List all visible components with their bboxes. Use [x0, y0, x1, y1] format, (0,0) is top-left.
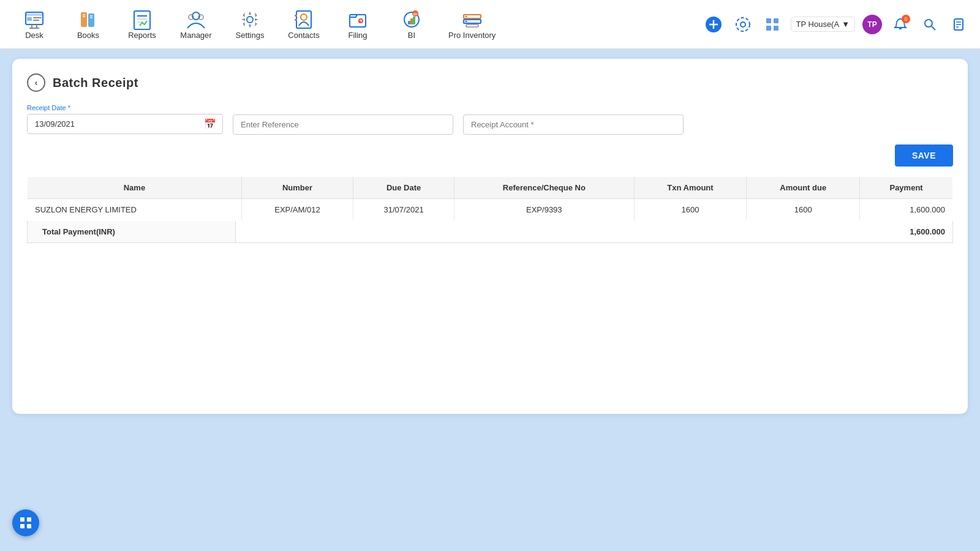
- svg-rect-56: [20, 517, 24, 522]
- desk-label: Desk: [25, 31, 43, 40]
- table-row: SUZLON ENERGY LIMITED EXP/AM/012 31/07/2…: [28, 199, 953, 221]
- total-label: Total Payment(INR): [28, 221, 236, 242]
- cell-number: EXP/AM/012: [241, 199, 353, 221]
- svg-rect-38: [465, 16, 467, 17]
- svg-rect-37: [466, 24, 478, 27]
- settings-icon: [239, 9, 261, 31]
- books-label: Books: [77, 31, 99, 40]
- nav-item-desk[interactable]: Desk: [10, 4, 59, 45]
- nav-item-manager[interactable]: Manager: [172, 4, 221, 45]
- svg-point-43: [741, 22, 745, 27]
- svg-rect-32: [413, 17, 415, 24]
- grid-icon[interactable]: [761, 13, 783, 36]
- batch-receipt-table: Name Number Due Date Reference/Cheque No…: [27, 176, 953, 221]
- notification-count: 0: [902, 15, 910, 23]
- svg-rect-39: [465, 21, 467, 22]
- svg-rect-24: [295, 15, 297, 17]
- svg-rect-14: [134, 11, 150, 29]
- calendar-icon[interactable]: 📅: [198, 118, 222, 130]
- col-number: Number: [241, 177, 353, 199]
- form-row: Receipt Date * 📅: [27, 104, 953, 135]
- svg-rect-46: [774, 18, 778, 23]
- filing-label: Filing: [348, 31, 367, 40]
- receipt-account-group: [463, 104, 684, 135]
- pro-inventory-icon: [461, 9, 483, 31]
- nav-item-pro-inventory[interactable]: Pro Inventory: [441, 4, 503, 45]
- svg-rect-59: [27, 524, 31, 528]
- cell-txn-amount: 1600: [634, 199, 747, 221]
- settings-label: Settings: [236, 31, 265, 40]
- cell-name: SUZLON ENERGY LIMITED: [28, 199, 242, 221]
- filing-icon: [347, 9, 369, 31]
- nav-item-contacts[interactable]: Contacts: [279, 4, 328, 45]
- col-reference: Reference/Cheque No: [454, 177, 634, 199]
- page-title: Batch Receipt: [53, 76, 138, 90]
- notification-bell[interactable]: 0: [889, 13, 911, 36]
- contacts-label: Contacts: [288, 31, 319, 40]
- svg-rect-2: [27, 17, 32, 21]
- svg-point-44: [736, 18, 750, 31]
- nav-item-filing[interactable]: Filing: [333, 4, 382, 45]
- svg-rect-4: [33, 20, 39, 21]
- col-txn-amount: Txn Amount: [634, 177, 747, 199]
- save-btn-row: SAVE: [27, 144, 953, 167]
- page-header: ‹ Batch Receipt: [27, 73, 953, 92]
- receipt-account-input[interactable]: [463, 114, 684, 135]
- company-name: TP House(A: [796, 20, 840, 29]
- contacts-icon: [293, 9, 315, 31]
- user-avatar[interactable]: TP: [862, 15, 882, 34]
- nav-item-reports[interactable]: Reports: [118, 4, 167, 45]
- svg-rect-25: [295, 19, 297, 21]
- bi-icon: BI: [401, 9, 423, 31]
- user-initials: TP: [867, 20, 876, 29]
- svg-rect-1: [26, 13, 43, 16]
- bottom-grid-button[interactable]: [12, 509, 39, 536]
- batch-receipt-card: ‹ Batch Receipt Receipt Date * 📅 SAVE: [12, 59, 968, 414]
- add-button[interactable]: [703, 13, 725, 36]
- back-button[interactable]: ‹: [27, 73, 45, 92]
- nav-item-books[interactable]: Books: [64, 4, 113, 45]
- receipt-date-group: Receipt Date * 📅: [27, 104, 223, 135]
- svg-rect-58: [20, 524, 24, 528]
- gear-icon[interactable]: [732, 13, 754, 36]
- nav-item-bi[interactable]: BI BI: [387, 4, 436, 45]
- books-icon: [77, 9, 99, 31]
- total-row: Total Payment(INR) 1,600.000: [27, 221, 953, 243]
- svg-rect-45: [766, 18, 771, 23]
- svg-text:BI: BI: [413, 12, 417, 16]
- reference-input[interactable]: [233, 114, 453, 135]
- col-name: Name: [28, 177, 242, 199]
- pro-inventory-label: Pro Inventory: [448, 31, 496, 40]
- reports-icon: [131, 9, 153, 31]
- total-value: 1,600.000: [867, 221, 952, 242]
- document-icon[interactable]: [948, 13, 970, 36]
- svg-point-50: [925, 20, 932, 27]
- manager-icon: [185, 9, 207, 31]
- svg-point-21: [247, 17, 253, 23]
- cell-due-date: 31/07/2021: [353, 199, 454, 221]
- cell-payment: 1,600.000: [860, 199, 953, 221]
- company-selector[interactable]: TP House(A ▼: [791, 17, 855, 32]
- reference-group: [233, 104, 453, 135]
- svg-rect-31: [410, 18, 413, 24]
- nav-item-settings[interactable]: Settings: [225, 4, 274, 45]
- reports-label: Reports: [128, 31, 156, 40]
- nav-items: Desk Books Reports: [10, 4, 703, 45]
- cell-amount-due: 1600: [747, 199, 860, 221]
- col-due-date: Due Date: [353, 177, 454, 199]
- bi-label: BI: [408, 31, 415, 40]
- dropdown-arrow-icon: ▼: [842, 20, 850, 29]
- save-button[interactable]: SAVE: [895, 144, 953, 167]
- svg-rect-57: [27, 517, 31, 522]
- svg-rect-3: [33, 17, 42, 18]
- col-amount-due: Amount due: [747, 177, 860, 199]
- search-icon[interactable]: [919, 13, 941, 36]
- svg-line-51: [932, 26, 935, 30]
- nav-right: TP House(A ▼ TP 0: [703, 13, 970, 36]
- svg-rect-30: [408, 21, 410, 24]
- receipt-date-input[interactable]: [28, 114, 198, 133]
- svg-rect-48: [774, 26, 778, 31]
- top-navigation: Desk Books Reports: [0, 0, 980, 49]
- receipt-date-label: Receipt Date *: [27, 104, 223, 111]
- main-content: ‹ Batch Receipt Receipt Date * 📅 SAVE: [0, 49, 980, 551]
